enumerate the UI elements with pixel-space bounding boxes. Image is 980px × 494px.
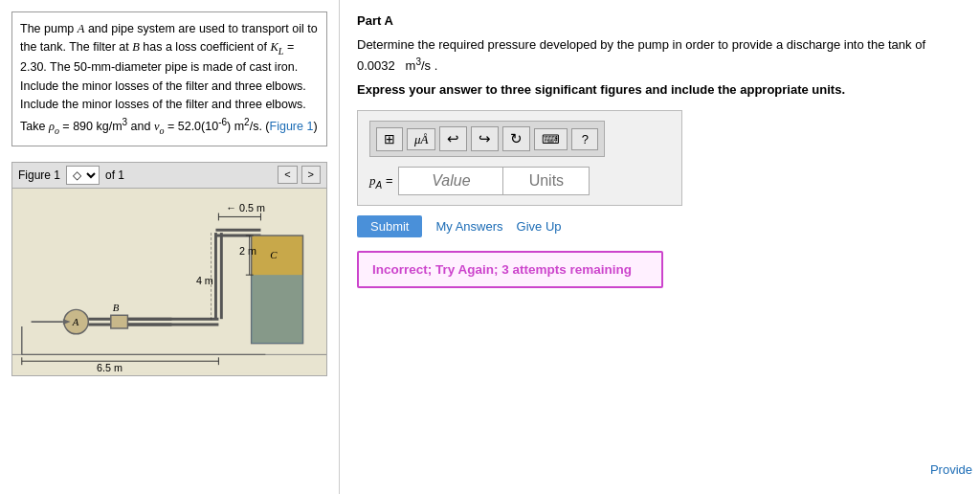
question-text: Determine the required pressure develope… xyxy=(357,35,963,75)
figure-area: Figure 1 ◇ of 1 < > xyxy=(11,162,327,376)
help-btn[interactable]: ? xyxy=(571,128,598,151)
svg-text:2 m: 2 m xyxy=(239,244,256,256)
mu-btn[interactable]: μÅ xyxy=(407,128,435,151)
buttons-row: Submit My Answers Give Up xyxy=(357,215,963,237)
svg-text:← 0.5 m: ← 0.5 m xyxy=(226,201,265,213)
units-input[interactable] xyxy=(503,167,590,195)
figure-next-btn[interactable]: > xyxy=(301,166,321,184)
input-row: pA = xyxy=(369,167,670,195)
svg-text:C: C xyxy=(270,248,278,259)
figure-prev-btn[interactable]: < xyxy=(278,166,297,184)
value-input[interactable] xyxy=(398,167,503,195)
figure-diagram: A B xyxy=(12,189,326,375)
part-label: Part A xyxy=(357,13,963,28)
svg-text:B: B xyxy=(113,302,120,313)
svg-rect-19 xyxy=(252,275,303,343)
figure1-link[interactable]: Figure 1 xyxy=(270,120,314,133)
answer-container: ⊞ μÅ ↩ ↪ ↻ ⌨ ? pA = xyxy=(357,110,682,206)
figure-of: of 1 xyxy=(105,167,124,184)
grid-icon-btn[interactable]: ⊞ xyxy=(376,127,403,151)
feedback-box: Incorrect; Try Again; 3 attempts remaini… xyxy=(357,251,663,288)
problem-text: The pump A and pipe system are used to t… xyxy=(11,11,327,146)
provide-link[interactable]: Provide xyxy=(930,462,972,477)
bold-instruction: Express your answer to three significant… xyxy=(357,82,963,97)
redo-btn[interactable]: ↪ xyxy=(471,126,499,151)
right-panel: Part A Determine the required pressure d… xyxy=(340,0,980,494)
svg-rect-10 xyxy=(111,315,128,328)
svg-text:6.5 m: 6.5 m xyxy=(97,362,122,373)
figure-header: Figure 1 ◇ of 1 < > xyxy=(12,163,326,189)
toolbar: ⊞ μÅ ↩ ↪ ↻ ⌨ ? xyxy=(369,121,605,157)
left-panel: The pump A and pipe system are used to t… xyxy=(0,0,340,494)
figure-label: Figure 1 xyxy=(18,167,60,184)
figure-select[interactable]: ◇ xyxy=(66,166,100,185)
undo-btn[interactable]: ↩ xyxy=(439,126,467,151)
pa-label: pA = xyxy=(369,173,392,191)
keyboard-btn[interactable]: ⌨ xyxy=(534,128,568,151)
svg-text:4 m: 4 m xyxy=(196,275,213,286)
my-answers-link[interactable]: My Answers xyxy=(435,219,502,234)
figure-body: A B xyxy=(12,189,326,375)
svg-text:A: A xyxy=(72,316,79,327)
give-up-link[interactable]: Give Up xyxy=(517,219,562,234)
submit-button[interactable]: Submit xyxy=(357,215,422,237)
refresh-btn[interactable]: ↻ xyxy=(502,126,530,151)
